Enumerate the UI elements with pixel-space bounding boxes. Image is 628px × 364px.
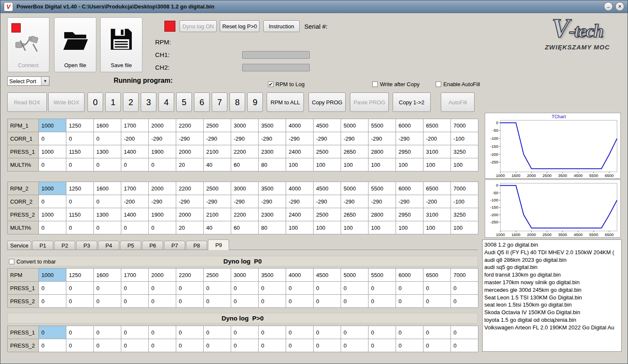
minimize-button[interactable]: – xyxy=(604,2,613,11)
table-cell[interactable]: -290 xyxy=(176,132,204,145)
table-cell[interactable]: 0 xyxy=(231,295,259,308)
table-cell[interactable]: 0 xyxy=(341,326,369,339)
tab-p8[interactable]: P8 xyxy=(186,241,207,250)
table-cell[interactable]: 0 xyxy=(39,221,66,234)
table-cell[interactable]: 0 xyxy=(121,282,149,295)
table-cell[interactable]: 0 xyxy=(423,295,451,308)
table-cell[interactable]: 1900 xyxy=(149,208,176,221)
table-cell[interactable]: 0 xyxy=(423,326,451,339)
table-cell[interactable]: 2200 xyxy=(176,269,204,282)
table-cell[interactable]: 0 xyxy=(66,326,94,339)
table-cell[interactable]: 2400 xyxy=(286,145,314,158)
table-cell[interactable]: -290 xyxy=(396,195,423,208)
table-cell[interactable]: 0 xyxy=(231,339,259,352)
table-cell[interactable]: 0 xyxy=(259,295,286,308)
table-cell[interactable]: 4500 xyxy=(314,269,341,282)
table-cell[interactable]: 2000 xyxy=(149,269,176,282)
table-cell[interactable]: 0 xyxy=(66,295,94,308)
table-cell[interactable]: 0 xyxy=(451,282,478,295)
table-cell[interactable]: 100 xyxy=(314,221,341,234)
file-list-item[interactable]: audi q8 286km 2023 go digital.bin xyxy=(484,256,620,264)
table-cell[interactable]: 0 xyxy=(314,295,341,308)
table-cell[interactable]: 0 xyxy=(286,282,314,295)
table-cell[interactable]: 4000 xyxy=(286,269,314,282)
table-cell[interactable]: 100 xyxy=(314,158,341,171)
table-cell[interactable]: 80 xyxy=(259,221,286,234)
file-list-item[interactable]: audi sq5 go digital.bin xyxy=(484,263,620,271)
table-cell[interactable]: 2200 xyxy=(176,119,204,132)
table-cell[interactable]: 1700 xyxy=(121,182,149,195)
table-cell[interactable]: 40 xyxy=(204,221,231,234)
table-cell[interactable]: 100 xyxy=(396,221,423,234)
table-cell[interactable]: 0 xyxy=(66,282,94,295)
table-cell[interactable]: 1150 xyxy=(66,208,94,221)
table-cell[interactable]: 0 xyxy=(341,339,369,352)
table-cell[interactable]: 0 xyxy=(286,339,314,352)
table-cell[interactable]: 5000 xyxy=(341,119,369,132)
table-cell[interactable]: 6000 xyxy=(396,182,423,195)
table-cell[interactable]: 0 xyxy=(369,326,396,339)
file-list-item[interactable]: mercedes gle 300d 245km go digital.bin xyxy=(484,286,620,294)
table-cell[interactable]: 1600 xyxy=(94,269,121,282)
rpm-to-all-button[interactable]: RPM to ALL xyxy=(267,92,304,112)
table-cell[interactable]: -290 xyxy=(314,132,341,145)
table-cell[interactable]: 0 xyxy=(423,282,451,295)
table-cell[interactable]: 0 xyxy=(94,282,121,295)
table-cell[interactable]: 2500 xyxy=(204,119,231,132)
table-cell[interactable]: -290 xyxy=(231,132,259,145)
table-cell[interactable]: 0 xyxy=(94,326,121,339)
table-cell[interactable]: 2950 xyxy=(396,208,423,221)
table-cell[interactable]: 0 xyxy=(66,339,94,352)
table-cell[interactable]: 2200 xyxy=(176,182,204,195)
tab-p3[interactable]: P3 xyxy=(76,241,97,250)
table-cell[interactable]: 0 xyxy=(176,282,204,295)
table-cell[interactable]: -290 xyxy=(176,195,204,208)
program-button[interactable]: 0 xyxy=(87,92,103,112)
table-cell[interactable]: 0 xyxy=(341,282,369,295)
table-cell[interactable]: 5500 xyxy=(369,182,396,195)
table-cell[interactable]: 1250 xyxy=(66,119,94,132)
tab-p5[interactable]: P5 xyxy=(120,241,141,250)
program-button[interactable]: 7 xyxy=(212,92,227,112)
tab-p4[interactable]: P4 xyxy=(98,241,119,250)
table-cell[interactable]: 0 xyxy=(121,295,149,308)
program-button[interactable]: 2 xyxy=(123,92,139,112)
table-cell[interactable]: 100 xyxy=(451,221,478,234)
table-cell[interactable]: 5500 xyxy=(369,119,396,132)
table-cell[interactable]: 5500 xyxy=(369,269,396,282)
select-port-dropdown[interactable]: Select Port ▼ xyxy=(7,76,49,86)
table-cell[interactable]: 0 xyxy=(451,326,478,339)
table-cell[interactable]: 0 xyxy=(396,326,423,339)
program-button[interactable]: 5 xyxy=(176,92,192,112)
table-cell[interactable]: -200 xyxy=(121,195,149,208)
table-cell[interactable]: 0 xyxy=(149,326,176,339)
table-cell[interactable]: 1000 xyxy=(39,269,66,282)
table-cell[interactable]: 2000 xyxy=(176,208,204,221)
table-cell[interactable]: 0 xyxy=(204,326,231,339)
table-cell[interactable]: 100 xyxy=(341,158,369,171)
autofill-button[interactable]: AutoFill xyxy=(441,92,475,112)
file-list-item[interactable]: Skoda Octavia IV 150KM Go Digital.bin xyxy=(484,309,620,316)
table-cell[interactable]: 3100 xyxy=(423,208,451,221)
table-cell[interactable]: 0 xyxy=(286,326,314,339)
table-cell[interactable]: 6000 xyxy=(396,269,423,282)
table-cell[interactable]: 0 xyxy=(149,339,176,352)
table-cell[interactable]: 0 xyxy=(149,221,176,234)
file-list-item[interactable]: Volkswagen Arteon FL 2.0 190KM 2022 Go D… xyxy=(484,324,620,331)
table-cell[interactable]: 0 xyxy=(121,158,149,171)
table-cell[interactable]: 3000 xyxy=(231,182,259,195)
table-cell[interactable]: -290 xyxy=(286,132,314,145)
table-cell[interactable]: 1400 xyxy=(121,145,149,158)
table-cell[interactable]: 0 xyxy=(423,339,451,352)
table-cell[interactable]: 0 xyxy=(149,295,176,308)
table-cell[interactable]: 2000 xyxy=(149,119,176,132)
table-cell[interactable]: -100 xyxy=(451,132,478,145)
table-cell[interactable]: 0 xyxy=(66,158,94,171)
table-cell[interactable]: 4500 xyxy=(314,119,341,132)
table-cell[interactable]: 4000 xyxy=(286,182,314,195)
table-cell[interactable]: 0 xyxy=(176,295,204,308)
table-cell[interactable]: 0 xyxy=(369,295,396,308)
table-cell[interactable]: 0 xyxy=(94,158,121,171)
table-cell[interactable]: 0 xyxy=(39,326,66,339)
table-cell[interactable]: 6500 xyxy=(423,182,451,195)
